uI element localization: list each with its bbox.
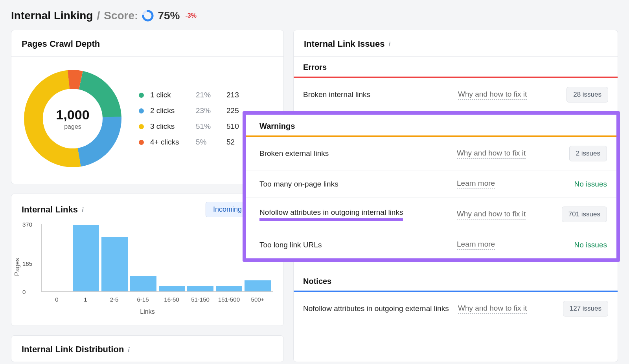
errors-section-title: Errors <box>294 57 618 77</box>
fix-link[interactable]: Why and how to fix it <box>457 210 526 219</box>
xcat-label: 0 <box>44 296 70 303</box>
issue-count-button[interactable]: 28 issues <box>566 87 608 102</box>
legend-label: 4+ clicks <box>150 138 189 146</box>
crawl-depth-donut: 1,000 pages <box>22 68 124 170</box>
legend-dot-icon <box>139 93 144 98</box>
issue-name: Nofollow attributes in outgoing internal… <box>259 208 452 221</box>
legend-dot-icon <box>139 108 144 113</box>
bar[interactable] <box>101 237 128 291</box>
legend-row[interactable]: 2 clicks 23% 225 <box>139 106 248 115</box>
ytick: 0 <box>22 289 26 295</box>
issue-row: Broken internal linksWhy and how to fix … <box>294 78 618 111</box>
no-issues-label: No issues <box>574 241 607 249</box>
xcat-label: 2-5 <box>101 296 127 303</box>
issue-row: Broken external linksWhy and how to fix … <box>246 137 616 170</box>
issue-count-button[interactable]: 127 issues <box>563 301 608 316</box>
issue-name: Nofollow attributes in outgoing external… <box>303 304 453 313</box>
issue-row: Too many on-page linksLearn moreNo issue… <box>246 170 616 198</box>
bar[interactable] <box>159 286 185 291</box>
bar[interactable] <box>130 276 156 291</box>
legend-dot-icon <box>139 124 144 129</box>
ytick: 185 <box>22 260 32 267</box>
legend-label: 3 clicks <box>150 122 189 131</box>
issue-count-button[interactable]: 701 issues <box>562 207 607 222</box>
title-separator: / <box>97 9 100 22</box>
page-title: Internal Linking <box>11 9 93 22</box>
fix-link[interactable]: Why and how to fix it <box>458 304 527 314</box>
internal-links-title: Internal Links i <box>22 205 88 215</box>
yaxis-label: Pages <box>14 258 21 276</box>
score-label: Score: <box>104 9 138 22</box>
learn-more-link[interactable]: Learn more <box>457 179 495 189</box>
legend-label: 1 click <box>150 91 189 99</box>
fix-link[interactable]: Why and how to fix it <box>457 149 526 159</box>
legend-val: 213 <box>226 91 248 99</box>
internal-links-title-text: Internal Links <box>22 205 78 215</box>
issue-row: Nofollow attributes in outgoing internal… <box>246 198 616 231</box>
legend-row[interactable]: 1 click 21% 213 <box>139 91 248 99</box>
donut-center-label: pages <box>64 123 81 130</box>
info-icon[interactable]: i <box>82 207 88 213</box>
warnings-section-title: Warnings <box>246 115 616 135</box>
score-value: 75% <box>158 9 180 22</box>
xcat-label: 151-500 <box>216 296 242 303</box>
legend-dot-icon <box>139 140 144 145</box>
bar[interactable] <box>187 286 213 291</box>
info-icon[interactable]: i <box>128 346 134 353</box>
legend-pct: 23% <box>196 106 220 115</box>
issue-row: Nofollow attributes in outgoing external… <box>294 292 618 325</box>
legend-row[interactable]: 4+ clicks 5% 52 <box>139 138 248 146</box>
legend-label: 2 clicks <box>150 106 189 115</box>
xcat-label: 500+ <box>245 296 271 303</box>
xcat-label: 1 <box>72 296 99 303</box>
legend-row[interactable]: 3 clicks 51% 510 <box>139 122 248 131</box>
link-distribution-card: Internal Link Distribution i <box>11 335 284 362</box>
xcat-label: 51-150 <box>187 296 213 303</box>
bar[interactable] <box>73 225 99 291</box>
ytick: 370 <box>22 221 32 228</box>
legend-pct: 5% <box>196 138 220 146</box>
score-ring-icon <box>142 10 154 22</box>
info-icon[interactable]: i <box>388 41 395 47</box>
link-distribution-title-text: Internal Link Distribution <box>22 344 124 355</box>
xaxis-label: Links <box>22 308 273 315</box>
link-distribution-title: Internal Link Distribution i <box>11 336 283 362</box>
donut-center-number: 1,000 <box>56 107 89 123</box>
notices-section-title: Notices <box>294 271 618 291</box>
xcat-label: 16-50 <box>158 296 185 303</box>
issue-name: Broken internal links <box>303 90 453 99</box>
link-issues-card: Internal Link Issues i Errors Broken int… <box>293 30 618 362</box>
crawl-depth-legend: 1 click 21% 213 2 clicks 23% 225 3 click… <box>139 91 248 146</box>
issue-row: Too long link URLsLearn moreNo issues <box>246 231 616 258</box>
crawl-depth-title: Pages Crawl Depth <box>11 30 283 56</box>
fix-link[interactable]: Why and how to fix it <box>458 90 527 100</box>
issue-name: Too many on-page links <box>259 180 452 188</box>
no-issues-label: No issues <box>574 180 607 188</box>
page-header: Internal Linking / Score: 75% -3% <box>11 9 618 22</box>
legend-pct: 21% <box>196 91 220 99</box>
learn-more-link[interactable]: Learn more <box>457 240 495 250</box>
link-issues-title: Internal Link Issues i <box>294 30 618 56</box>
bar[interactable] <box>245 280 271 291</box>
internal-links-barchart: Pages 370 185 0 012-56-1516-5051-150151-… <box>41 224 273 303</box>
issue-name: Broken external links <box>259 149 452 158</box>
score-delta: -3% <box>185 12 196 19</box>
issue-name: Too long link URLs <box>259 241 452 249</box>
issue-count-button[interactable]: 2 issues <box>569 146 607 161</box>
legend-pct: 51% <box>196 122 220 131</box>
xcat-label: 6-15 <box>130 296 156 303</box>
warnings-highlight: Warnings Broken external linksWhy and ho… <box>243 111 620 262</box>
link-issues-title-text: Internal Link Issues <box>304 39 384 49</box>
bar[interactable] <box>216 286 242 291</box>
